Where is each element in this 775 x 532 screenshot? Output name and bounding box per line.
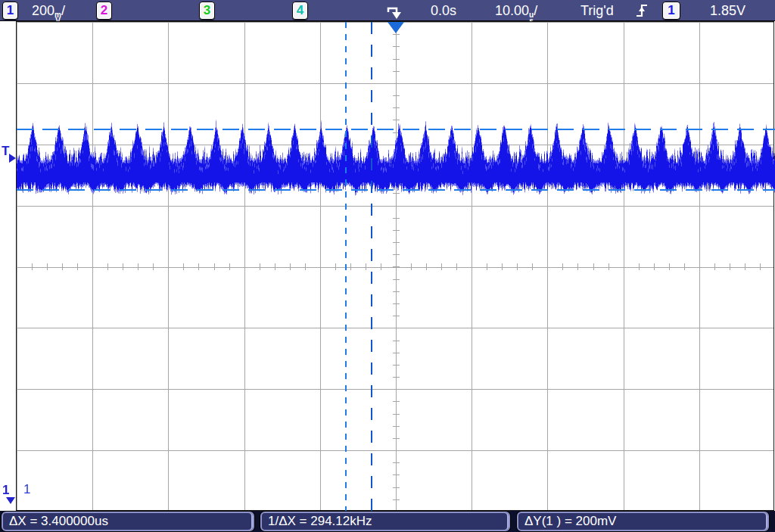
timebase-value: 10.00: [495, 3, 529, 18]
y2-cursor-line[interactable]: [17, 189, 775, 191]
timebase-readout: 10.00us/: [495, 2, 537, 19]
channel-1-waveform: [17, 22, 775, 512]
trigger-source-badge[interactable]: 1: [662, 2, 680, 20]
oscilloscope-screen: 1 200mV/ 2 3 4 0.0s 10.00us/ Trig'd 1 1.…: [0, 0, 775, 532]
inverse-delta-x-readout: 1/ΔX = 294.12kHz: [260, 512, 510, 531]
x1-cursor-line[interactable]: [345, 22, 347, 512]
y1-cursor-line[interactable]: [17, 129, 775, 130]
status-bar: 1 200mV/ 2 3 4 0.0s 10.00us/ Trig'd 1 1.…: [0, 0, 775, 21]
trigger-status: Trig'd: [580, 2, 614, 19]
ch1-trace-label: 1: [23, 482, 30, 497]
timebase-suffix: /: [534, 3, 537, 18]
channel-4-badge[interactable]: 4: [292, 2, 308, 20]
trigger-level-readout: 1.85V: [710, 2, 745, 19]
horizontal-delay-readout: 0.0s: [431, 2, 456, 19]
channel-1-badge[interactable]: 1: [2, 2, 18, 20]
trigger-level-marker-label: T: [2, 144, 9, 159]
graticule: [16, 21, 774, 511]
trigger-time-marker[interactable]: [388, 22, 404, 33]
channel-1-scale-suffix: /: [61, 3, 65, 18]
time-reference-arrow-icon: [384, 3, 404, 20]
trigger-level-marker-arrow[interactable]: [9, 154, 16, 163]
channel-1-scale-value: 200: [32, 3, 54, 18]
channel-3-badge[interactable]: 3: [199, 2, 215, 20]
delta-y-readout: ΔY(1 ) = 200mV: [517, 512, 769, 531]
ch1-offset-marker-arrow[interactable]: [6, 497, 15, 504]
delta-x-readout: ΔX = 3.400000us: [2, 512, 254, 531]
measurement-bar: ΔX = 3.400000us 1/ΔX = 294.12kHz ΔY(1 ) …: [0, 511, 775, 532]
x2-cursor-line[interactable]: [371, 22, 372, 512]
channel-1-scale: 200mV/: [32, 2, 65, 19]
rising-edge-trigger-icon: [636, 3, 649, 20]
ch1-offset-marker-label: 1: [2, 483, 9, 498]
channel-2-badge[interactable]: 2: [96, 2, 112, 20]
